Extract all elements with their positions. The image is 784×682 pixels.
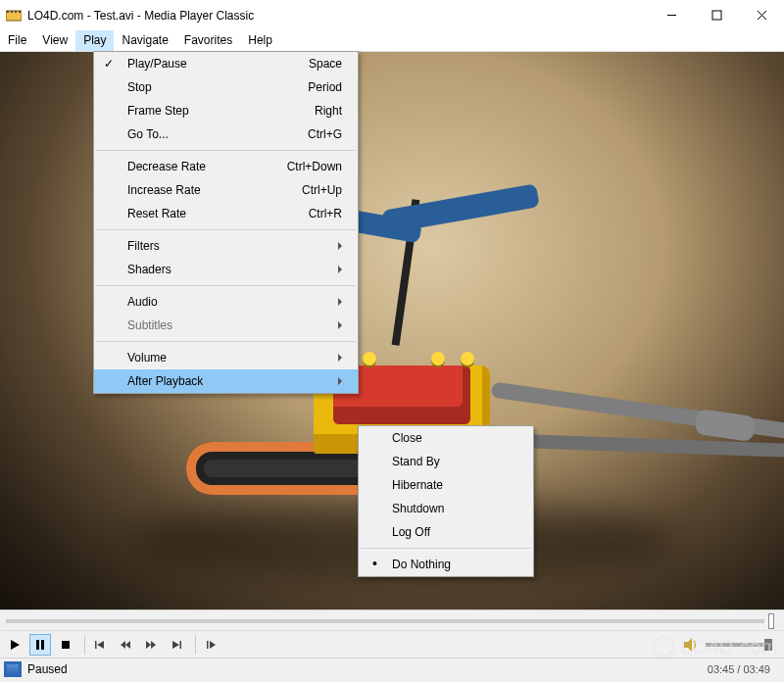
svg-marker-9 (11, 640, 20, 650)
menu-separator (361, 548, 531, 549)
stop-button[interactable] (55, 634, 76, 656)
svg-rect-6 (712, 11, 721, 20)
menu-item-filters[interactable]: Filters (94, 234, 358, 258)
svg-marker-14 (97, 641, 104, 649)
titlebar: LO4D.com - Test.avi - Media Player Class… (0, 0, 784, 30)
svg-rect-10 (36, 640, 39, 650)
svg-rect-12 (62, 641, 70, 649)
framestep-button[interactable] (200, 634, 221, 656)
next-button[interactable] (166, 634, 187, 656)
seek-bar[interactable] (0, 609, 784, 630)
submenu-item-close[interactable]: Close (359, 426, 533, 450)
menu-item-volume[interactable]: Volume (94, 346, 358, 369)
menu-item-subtitles: Subtitles (94, 314, 358, 337)
status-time: 03:45 / 03:49 (708, 663, 784, 675)
submenu-item-standby[interactable]: Stand By (359, 450, 533, 473)
svg-rect-20 (180, 641, 182, 649)
play-button[interactable] (4, 634, 25, 656)
submenu-item-logoff[interactable]: Log Off (359, 520, 533, 544)
svg-marker-15 (121, 641, 125, 649)
svg-marker-18 (151, 641, 156, 649)
close-button[interactable] (739, 0, 784, 30)
svg-rect-4 (19, 11, 21, 13)
play-menu-dropdown: Play/PauseSpace StopPeriod Frame StepRig… (93, 51, 359, 394)
menu-item-frame-step[interactable]: Frame StepRight (94, 99, 358, 122)
menu-item-reset-rate[interactable]: Reset RateCtrl+R (94, 202, 358, 225)
svg-marker-22 (210, 641, 216, 649)
svg-rect-1 (7, 11, 9, 13)
rewind-button[interactable] (115, 634, 136, 656)
prev-button[interactable] (89, 634, 111, 656)
svg-marker-17 (146, 641, 151, 649)
submenu-item-do-nothing[interactable]: Do Nothing (359, 553, 533, 576)
maximize-button[interactable] (694, 0, 739, 30)
submenu-item-shutdown[interactable]: Shutdown (359, 497, 533, 520)
svg-marker-16 (125, 641, 130, 649)
menubar: File View Play Navigate Favorites Help (0, 30, 784, 52)
status-label: Paused (27, 662, 708, 676)
window-controls (649, 0, 784, 30)
pause-button[interactable] (29, 634, 51, 656)
svg-rect-2 (11, 11, 13, 13)
menu-file[interactable]: File (0, 30, 34, 51)
menu-view[interactable]: View (34, 30, 75, 51)
app-icon (6, 8, 22, 24)
svg-rect-13 (95, 641, 97, 649)
menu-item-play-pause[interactable]: Play/PauseSpace (94, 52, 358, 75)
menu-help[interactable]: Help (240, 30, 280, 51)
after-playback-submenu: Close Stand By Hibernate Shutdown Log Of… (358, 425, 534, 577)
menu-item-audio[interactable]: Audio (94, 290, 358, 314)
menu-item-decrease-rate[interactable]: Decrease RateCtrl+Down (94, 155, 358, 178)
menu-item-stop[interactable]: StopPeriod (94, 75, 358, 99)
seek-handle[interactable] (768, 613, 774, 629)
status-bar: Paused 03:45 / 03:49 (0, 658, 784, 680)
submenu-item-hibernate[interactable]: Hibernate (359, 473, 533, 497)
menu-separator (96, 341, 356, 342)
menu-item-after-playback[interactable]: After Playback (94, 369, 358, 393)
status-icon (4, 661, 22, 677)
svg-rect-3 (15, 11, 17, 13)
menu-separator (96, 150, 356, 151)
menu-play[interactable]: Play (75, 30, 114, 51)
svg-marker-19 (172, 641, 179, 649)
watermark: LO4D.com (653, 636, 778, 658)
menu-item-go-to[interactable]: Go To...Ctrl+G (94, 122, 358, 146)
menu-favorites[interactable]: Favorites (176, 30, 240, 51)
separator (84, 635, 85, 655)
svg-rect-21 (207, 641, 209, 649)
separator (195, 635, 196, 655)
svg-rect-11 (41, 640, 44, 650)
menu-separator (96, 229, 356, 230)
menu-separator (96, 285, 356, 286)
minimize-button[interactable] (649, 0, 694, 30)
window-title: LO4D.com - Test.avi - Media Player Class… (27, 9, 649, 23)
seek-track (6, 619, 764, 623)
forward-button[interactable] (140, 634, 162, 656)
menu-item-shaders[interactable]: Shaders (94, 258, 358, 281)
menu-item-increase-rate[interactable]: Increase RateCtrl+Up (94, 178, 358, 202)
menu-navigate[interactable]: Navigate (114, 30, 175, 51)
